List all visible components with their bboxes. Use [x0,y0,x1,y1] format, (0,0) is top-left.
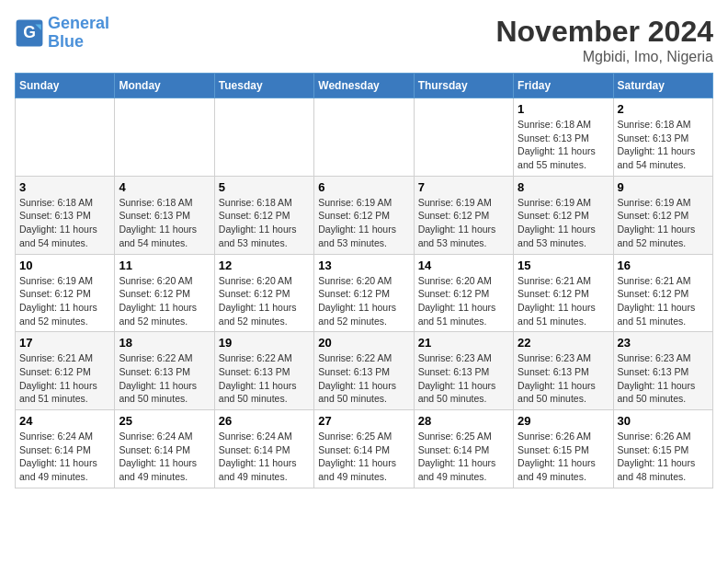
day-info: Sunrise: 6:21 AM Sunset: 6:12 PM Dayligh… [19,351,110,406]
day-info: Sunrise: 6:22 AM Sunset: 6:13 PM Dayligh… [318,351,409,406]
title-block: November 2024 Mgbidi, Imo, Nigeria [495,15,713,65]
day-number: 21 [418,336,509,350]
day-info: Sunrise: 6:21 AM Sunset: 6:12 PM Dayligh… [618,274,709,328]
header-saturday: Saturday [613,74,712,98]
calendar-week-row: 1Sunrise: 6:18 AM Sunset: 6:13 PM Daylig… [16,98,713,177]
day-number: 9 [618,180,709,194]
month-title: November 2024 [495,15,713,49]
calendar-cell: 10Sunrise: 6:19 AM Sunset: 6:12 PM Dayli… [16,254,115,332]
day-number: 27 [318,414,409,428]
day-number: 8 [518,180,609,194]
day-info: Sunrise: 6:21 AM Sunset: 6:12 PM Dayligh… [518,274,609,328]
day-info: Sunrise: 6:19 AM Sunset: 6:12 PM Dayligh… [318,196,409,250]
calendar-cell: 15Sunrise: 6:21 AM Sunset: 6:12 PM Dayli… [514,254,613,332]
day-number: 3 [19,180,110,194]
day-info: Sunrise: 6:25 AM Sunset: 6:14 PM Dayligh… [418,430,509,484]
calendar-cell: 29Sunrise: 6:26 AM Sunset: 6:15 PM Dayli… [514,410,613,488]
calendar-cell: 3Sunrise: 6:18 AM Sunset: 6:13 PM Daylig… [16,176,115,254]
calendar-cell: 4Sunrise: 6:18 AM Sunset: 6:13 PM Daylig… [115,176,214,254]
day-info: Sunrise: 6:18 AM Sunset: 6:13 PM Dayligh… [19,196,110,250]
day-info: Sunrise: 6:20 AM Sunset: 6:12 PM Dayligh… [418,274,509,328]
day-number: 26 [219,414,310,428]
day-info: Sunrise: 6:19 AM Sunset: 6:12 PM Dayligh… [19,274,110,328]
header-wednesday: Wednesday [314,74,414,98]
calendar-cell: 9Sunrise: 6:19 AM Sunset: 6:12 PM Daylig… [613,176,712,254]
day-info: Sunrise: 6:23 AM Sunset: 6:13 PM Dayligh… [518,351,609,406]
day-info: Sunrise: 6:24 AM Sunset: 6:14 PM Dayligh… [219,430,310,484]
day-info: Sunrise: 6:20 AM Sunset: 6:12 PM Dayligh… [219,274,310,328]
calendar-header-row: SundayMondayTuesdayWednesdayThursdayFrid… [16,74,713,98]
day-info: Sunrise: 6:22 AM Sunset: 6:13 PM Dayligh… [219,351,310,406]
day-number: 25 [119,414,210,428]
day-number: 4 [119,180,210,194]
calendar-cell: 11Sunrise: 6:20 AM Sunset: 6:12 PM Dayli… [115,254,214,332]
day-number: 30 [618,414,709,428]
header-friday: Friday [514,74,613,98]
calendar-week-row: 24Sunrise: 6:24 AM Sunset: 6:14 PM Dayli… [16,410,713,488]
day-number: 20 [318,336,409,350]
day-info: Sunrise: 6:22 AM Sunset: 6:13 PM Dayligh… [119,351,210,406]
logo-text: General Blue [48,15,109,52]
calendar-week-row: 10Sunrise: 6:19 AM Sunset: 6:12 PM Dayli… [16,254,713,332]
day-info: Sunrise: 6:19 AM Sunset: 6:12 PM Dayligh… [518,196,609,250]
calendar-cell: 24Sunrise: 6:24 AM Sunset: 6:14 PM Dayli… [16,410,115,488]
day-number: 17 [19,336,110,350]
day-number: 24 [19,414,110,428]
day-info: Sunrise: 6:18 AM Sunset: 6:13 PM Dayligh… [518,118,609,172]
header-sunday: Sunday [16,74,115,98]
calendar-cell: 12Sunrise: 6:20 AM Sunset: 6:12 PM Dayli… [214,254,313,332]
header-thursday: Thursday [414,74,513,98]
calendar-week-row: 17Sunrise: 6:21 AM Sunset: 6:12 PM Dayli… [16,332,713,410]
logo-line1: General [48,14,109,32]
day-info: Sunrise: 6:24 AM Sunset: 6:14 PM Dayligh… [19,430,110,484]
calendar-cell [414,98,513,177]
day-number: 11 [119,259,210,272]
day-number: 16 [618,259,709,272]
day-number: 2 [618,102,709,116]
calendar-week-row: 3Sunrise: 6:18 AM Sunset: 6:13 PM Daylig… [16,176,713,254]
calendar-cell [115,98,214,177]
logo-icon: G [15,18,44,48]
day-info: Sunrise: 6:18 AM Sunset: 6:12 PM Dayligh… [219,196,310,250]
day-number: 22 [518,336,609,350]
day-number: 13 [318,259,409,272]
calendar-cell [314,98,414,177]
header-tuesday: Tuesday [214,74,313,98]
logo-line2: Blue [48,32,84,51]
calendar-cell: 1Sunrise: 6:18 AM Sunset: 6:13 PM Daylig… [514,98,613,177]
calendar-cell: 30Sunrise: 6:26 AM Sunset: 6:15 PM Dayli… [613,410,712,488]
page-header: G General Blue November 2024 Mgbidi, Imo… [15,15,713,65]
calendar-cell: 8Sunrise: 6:19 AM Sunset: 6:12 PM Daylig… [514,176,613,254]
day-number: 23 [618,336,709,350]
day-info: Sunrise: 6:23 AM Sunset: 6:13 PM Dayligh… [418,351,509,406]
calendar-cell: 22Sunrise: 6:23 AM Sunset: 6:13 PM Dayli… [514,332,613,410]
calendar-cell: 18Sunrise: 6:22 AM Sunset: 6:13 PM Dayli… [115,332,214,410]
logo: G General Blue [15,15,109,52]
day-number: 7 [418,180,509,194]
day-number: 6 [318,180,409,194]
calendar-cell: 20Sunrise: 6:22 AM Sunset: 6:13 PM Dayli… [314,332,414,410]
calendar-cell: 27Sunrise: 6:25 AM Sunset: 6:14 PM Dayli… [314,410,414,488]
svg-text:G: G [23,23,36,41]
calendar-table: SundayMondayTuesdayWednesdayThursdayFrid… [15,73,713,488]
day-number: 14 [418,259,509,272]
day-number: 18 [119,336,210,350]
day-number: 28 [418,414,509,428]
calendar-cell: 7Sunrise: 6:19 AM Sunset: 6:12 PM Daylig… [414,176,513,254]
calendar-cell: 23Sunrise: 6:23 AM Sunset: 6:13 PM Dayli… [613,332,712,410]
day-info: Sunrise: 6:24 AM Sunset: 6:14 PM Dayligh… [119,430,210,484]
day-number: 5 [219,180,310,194]
day-info: Sunrise: 6:23 AM Sunset: 6:13 PM Dayligh… [618,351,709,406]
calendar-cell: 25Sunrise: 6:24 AM Sunset: 6:14 PM Dayli… [115,410,214,488]
day-info: Sunrise: 6:20 AM Sunset: 6:12 PM Dayligh… [119,274,210,328]
day-number: 15 [518,259,609,272]
calendar-cell [16,98,115,177]
day-number: 12 [219,259,310,272]
day-info: Sunrise: 6:19 AM Sunset: 6:12 PM Dayligh… [618,196,709,250]
calendar-cell [214,98,313,177]
day-info: Sunrise: 6:18 AM Sunset: 6:13 PM Dayligh… [618,118,709,172]
calendar-cell: 26Sunrise: 6:24 AM Sunset: 6:14 PM Dayli… [214,410,313,488]
calendar-cell: 21Sunrise: 6:23 AM Sunset: 6:13 PM Dayli… [414,332,513,410]
calendar-cell: 14Sunrise: 6:20 AM Sunset: 6:12 PM Dayli… [414,254,513,332]
day-info: Sunrise: 6:18 AM Sunset: 6:13 PM Dayligh… [119,196,210,250]
